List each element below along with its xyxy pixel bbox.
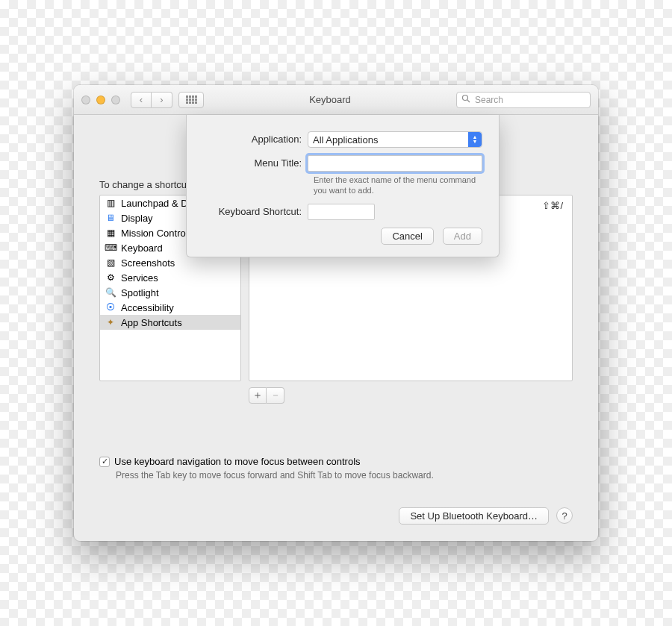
bluetooth-keyboard-button[interactable]: Set Up Bluetooth Keyboard… xyxy=(399,507,549,525)
minimize-button-icon[interactable] xyxy=(96,96,105,104)
cancel-button[interactable]: Cancel xyxy=(381,228,433,245)
category-item-accessibility[interactable]: ⦿Accessibility xyxy=(100,300,240,315)
shortcut-label: Keyboard Shortcut: xyxy=(203,204,308,217)
sheet-buttons: Cancel Add xyxy=(203,228,482,245)
remove-shortcut-button[interactable]: － xyxy=(267,387,284,404)
application-value: All Applications xyxy=(313,134,378,145)
svg-point-0 xyxy=(463,96,468,101)
search-placeholder: Search xyxy=(475,95,503,105)
add-shortcut-sheet: Application: All Applications ▲▼ Menu Ti… xyxy=(186,115,500,257)
category-item-spotlight[interactable]: 🔍Spotlight xyxy=(100,285,240,300)
application-popup[interactable]: All Applications ▲▼ xyxy=(308,131,482,148)
shortcut-readout: ⇧⌘/ xyxy=(542,200,563,211)
menu-title-input[interactable] xyxy=(308,155,482,172)
menu-title-label: Menu Title: xyxy=(203,155,308,169)
app-shortcuts-icon: ✦ xyxy=(105,316,116,328)
keyboard-nav-label: Use keyboard navigation to move focus be… xyxy=(114,456,361,467)
spotlight-icon: 🔍 xyxy=(105,287,116,298)
plus-icon: ＋ xyxy=(252,389,263,402)
screenshot-icon: ▧ xyxy=(105,257,116,269)
grid-icon xyxy=(186,96,197,104)
minus-icon: － xyxy=(270,389,281,402)
window-title: Keyboard xyxy=(204,94,456,105)
chevron-right-icon: › xyxy=(160,94,163,105)
back-button[interactable]: ‹ xyxy=(131,92,152,108)
traffic-lights xyxy=(81,96,120,104)
add-button[interactable]: Add xyxy=(443,228,482,245)
display-icon: 🖥 xyxy=(105,212,116,224)
application-label: Application: xyxy=(203,131,308,145)
menu-title-helper: Enter the exact name of the menu command… xyxy=(314,175,482,196)
forward-button[interactable]: › xyxy=(152,92,172,108)
mission-control-icon: ▦ xyxy=(105,227,116,239)
keyboard-nav-row: ✓ Use keyboard navigation to move focus … xyxy=(99,456,573,467)
help-icon: ? xyxy=(561,510,567,522)
search-icon xyxy=(461,94,470,105)
category-item-app-shortcuts[interactable]: ✦App Shortcuts xyxy=(100,315,240,330)
titlebar: ‹ › Keyboard Search xyxy=(74,85,598,115)
services-icon: ⚙ xyxy=(105,272,116,284)
category-item-services[interactable]: ⚙Services xyxy=(100,270,240,285)
keyboard-nav-checkbox[interactable]: ✓ xyxy=(99,457,110,467)
keyboard-icon: ⌨ xyxy=(105,242,116,254)
add-shortcut-button[interactable]: ＋ xyxy=(249,387,267,404)
help-button[interactable]: ? xyxy=(556,507,573,524)
preferences-window: ‹ › Keyboard Search To change a shortcut… xyxy=(74,85,598,541)
category-item-screenshots[interactable]: ▧Screenshots xyxy=(100,255,240,270)
add-remove-buttons: ＋ － xyxy=(249,387,573,404)
zoom-button-icon[interactable] xyxy=(111,96,120,104)
launchpad-icon: ▥ xyxy=(105,197,116,209)
chevron-updown-icon: ▲▼ xyxy=(468,132,482,147)
svg-line-1 xyxy=(467,100,470,102)
nav-buttons: ‹ › xyxy=(131,92,172,108)
close-button-icon[interactable] xyxy=(81,96,90,104)
search-field[interactable]: Search xyxy=(456,92,591,108)
show-all-button[interactable] xyxy=(178,92,204,108)
footer: Set Up Bluetooth Keyboard… ? xyxy=(99,507,573,525)
keyboard-nav-subhint: Press the Tab key to move focus forward … xyxy=(116,470,573,481)
accessibility-icon: ⦿ xyxy=(105,301,116,313)
chevron-left-icon: ‹ xyxy=(140,94,143,105)
shortcut-input[interactable] xyxy=(308,204,375,220)
